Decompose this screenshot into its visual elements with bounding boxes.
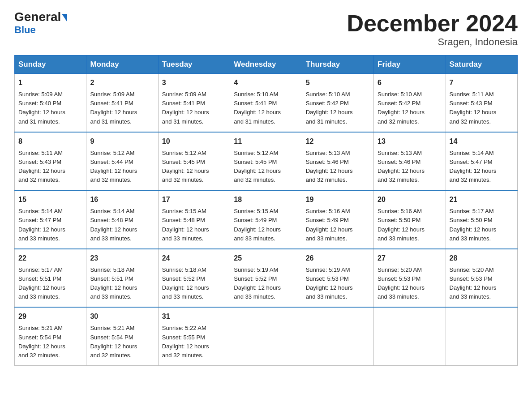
- day-cell-3: 3Sunrise: 5:09 AMSunset: 5:41 PMDaylight…: [158, 74, 230, 132]
- day-cell-21: 21Sunrise: 5:17 AMSunset: 5:50 PMDayligh…: [446, 190, 517, 249]
- day-cell-7: 7Sunrise: 5:11 AMSunset: 5:43 PMDaylight…: [446, 74, 517, 132]
- day-cell-30: 30Sunrise: 5:21 AMSunset: 5:54 PMDayligh…: [86, 307, 158, 365]
- weekday-header-sunday: Sunday: [15, 56, 86, 74]
- day-info: Sunrise: 5:21 AMSunset: 5:54 PMDaylight:…: [90, 324, 154, 360]
- month-title: December 2024: [347, 11, 518, 36]
- day-number: 10: [162, 136, 226, 147]
- day-cell-15: 15Sunrise: 5:14 AMSunset: 5:47 PMDayligh…: [15, 190, 86, 249]
- day-number: 3: [162, 77, 226, 88]
- day-info: Sunrise: 5:10 AMSunset: 5:42 PMDaylight:…: [306, 90, 370, 126]
- empty-cell: [230, 307, 302, 365]
- empty-cell: [302, 307, 373, 365]
- week-row-4: 22Sunrise: 5:17 AMSunset: 5:51 PMDayligh…: [15, 249, 518, 308]
- day-number: 30: [90, 311, 154, 322]
- day-number: 1: [18, 77, 82, 88]
- day-number: 26: [306, 253, 370, 264]
- page-header: General Blue December 2024 Sragen, Indon…: [14, 11, 518, 48]
- day-info: Sunrise: 5:19 AMSunset: 5:53 PMDaylight:…: [306, 265, 370, 302]
- day-cell-18: 18Sunrise: 5:15 AMSunset: 5:49 PMDayligh…: [230, 190, 302, 249]
- day-cell-17: 17Sunrise: 5:15 AMSunset: 5:48 PMDayligh…: [158, 190, 230, 249]
- day-number: 15: [18, 194, 82, 205]
- day-number: 11: [234, 136, 298, 147]
- day-cell-19: 19Sunrise: 5:16 AMSunset: 5:49 PMDayligh…: [302, 190, 373, 249]
- day-number: 27: [378, 253, 442, 264]
- day-info: Sunrise: 5:13 AMSunset: 5:46 PMDaylight:…: [378, 149, 442, 185]
- logo-triangle-icon: [62, 14, 67, 22]
- day-cell-25: 25Sunrise: 5:19 AMSunset: 5:52 PMDayligh…: [230, 249, 302, 308]
- weekday-header-monday: Monday: [86, 56, 158, 74]
- day-cell-10: 10Sunrise: 5:12 AMSunset: 5:45 PMDayligh…: [158, 132, 230, 191]
- day-number: 20: [378, 194, 442, 205]
- day-info: Sunrise: 5:12 AMSunset: 5:44 PMDaylight:…: [90, 149, 154, 185]
- location: Sragen, Indonesia: [347, 36, 518, 48]
- day-info: Sunrise: 5:11 AMSunset: 5:43 PMDaylight:…: [450, 90, 514, 126]
- day-info: Sunrise: 5:12 AMSunset: 5:45 PMDaylight:…: [162, 149, 226, 185]
- day-cell-23: 23Sunrise: 5:18 AMSunset: 5:51 PMDayligh…: [86, 249, 158, 308]
- day-info: Sunrise: 5:17 AMSunset: 5:51 PMDaylight:…: [18, 265, 82, 302]
- day-number: 23: [90, 253, 154, 264]
- day-info: Sunrise: 5:13 AMSunset: 5:46 PMDaylight:…: [306, 149, 370, 185]
- day-number: 19: [306, 194, 370, 205]
- day-info: Sunrise: 5:09 AMSunset: 5:41 PMDaylight:…: [162, 90, 226, 126]
- day-cell-9: 9Sunrise: 5:12 AMSunset: 5:44 PMDaylight…: [86, 132, 158, 191]
- day-info: Sunrise: 5:16 AMSunset: 5:50 PMDaylight:…: [378, 207, 442, 243]
- day-number: 22: [18, 253, 82, 264]
- day-info: Sunrise: 5:22 AMSunset: 5:55 PMDaylight:…: [162, 324, 226, 360]
- day-info: Sunrise: 5:10 AMSunset: 5:41 PMDaylight:…: [234, 90, 298, 126]
- logo: General Blue: [14, 11, 67, 36]
- day-cell-31: 31Sunrise: 5:22 AMSunset: 5:55 PMDayligh…: [158, 307, 230, 365]
- day-number: 31: [162, 311, 226, 322]
- day-cell-2: 2Sunrise: 5:09 AMSunset: 5:41 PMDaylight…: [86, 74, 158, 132]
- day-info: Sunrise: 5:14 AMSunset: 5:48 PMDaylight:…: [90, 207, 154, 243]
- day-cell-1: 1Sunrise: 5:09 AMSunset: 5:40 PMDaylight…: [15, 74, 86, 132]
- day-number: 12: [306, 136, 370, 147]
- calendar-table: SundayMondayTuesdayWednesdayThursdayFrid…: [14, 55, 518, 366]
- weekday-header-tuesday: Tuesday: [158, 56, 230, 74]
- week-row-5: 29Sunrise: 5:21 AMSunset: 5:54 PMDayligh…: [15, 307, 518, 365]
- logo-general: General: [14, 11, 61, 23]
- day-number: 13: [378, 136, 442, 147]
- day-number: 28: [450, 253, 514, 264]
- day-number: 9: [90, 136, 154, 147]
- day-cell-27: 27Sunrise: 5:20 AMSunset: 5:53 PMDayligh…: [374, 249, 446, 308]
- day-cell-8: 8Sunrise: 5:11 AMSunset: 5:43 PMDaylight…: [15, 132, 86, 191]
- day-cell-6: 6Sunrise: 5:10 AMSunset: 5:42 PMDaylight…: [374, 74, 446, 132]
- day-cell-26: 26Sunrise: 5:19 AMSunset: 5:53 PMDayligh…: [302, 249, 373, 308]
- day-number: 21: [450, 194, 514, 205]
- day-info: Sunrise: 5:10 AMSunset: 5:42 PMDaylight:…: [378, 90, 442, 126]
- day-info: Sunrise: 5:09 AMSunset: 5:40 PMDaylight:…: [18, 90, 82, 126]
- weekday-header-saturday: Saturday: [446, 56, 517, 74]
- empty-cell: [374, 307, 446, 365]
- day-number: 25: [234, 253, 298, 264]
- day-number: 18: [234, 194, 298, 205]
- day-info: Sunrise: 5:15 AMSunset: 5:48 PMDaylight:…: [162, 207, 226, 243]
- day-info: Sunrise: 5:16 AMSunset: 5:49 PMDaylight:…: [306, 207, 370, 243]
- day-cell-20: 20Sunrise: 5:16 AMSunset: 5:50 PMDayligh…: [374, 190, 446, 249]
- day-number: 14: [450, 136, 514, 147]
- day-info: Sunrise: 5:18 AMSunset: 5:52 PMDaylight:…: [162, 265, 226, 302]
- empty-cell: [446, 307, 517, 365]
- day-cell-28: 28Sunrise: 5:20 AMSunset: 5:53 PMDayligh…: [446, 249, 517, 308]
- day-cell-14: 14Sunrise: 5:14 AMSunset: 5:47 PMDayligh…: [446, 132, 517, 191]
- day-info: Sunrise: 5:17 AMSunset: 5:50 PMDaylight:…: [450, 207, 514, 243]
- weekday-header-thursday: Thursday: [302, 56, 373, 74]
- day-number: 16: [90, 194, 154, 205]
- day-info: Sunrise: 5:11 AMSunset: 5:43 PMDaylight:…: [18, 149, 82, 185]
- day-number: 29: [18, 311, 82, 322]
- day-info: Sunrise: 5:14 AMSunset: 5:47 PMDaylight:…: [450, 149, 514, 185]
- day-number: 2: [90, 77, 154, 88]
- weekday-header-friday: Friday: [374, 56, 446, 74]
- week-row-2: 8Sunrise: 5:11 AMSunset: 5:43 PMDaylight…: [15, 132, 518, 191]
- logo-blue: Blue: [14, 24, 36, 36]
- day-cell-13: 13Sunrise: 5:13 AMSunset: 5:46 PMDayligh…: [374, 132, 446, 191]
- day-cell-4: 4Sunrise: 5:10 AMSunset: 5:41 PMDaylight…: [230, 74, 302, 132]
- day-number: 17: [162, 194, 226, 205]
- day-cell-12: 12Sunrise: 5:13 AMSunset: 5:46 PMDayligh…: [302, 132, 373, 191]
- day-info: Sunrise: 5:12 AMSunset: 5:45 PMDaylight:…: [234, 149, 298, 185]
- day-info: Sunrise: 5:19 AMSunset: 5:52 PMDaylight:…: [234, 265, 298, 302]
- day-number: 5: [306, 77, 370, 88]
- day-info: Sunrise: 5:14 AMSunset: 5:47 PMDaylight:…: [18, 207, 82, 243]
- day-info: Sunrise: 5:18 AMSunset: 5:51 PMDaylight:…: [90, 265, 154, 302]
- day-cell-11: 11Sunrise: 5:12 AMSunset: 5:45 PMDayligh…: [230, 132, 302, 191]
- weekday-header-row: SundayMondayTuesdayWednesdayThursdayFrid…: [15, 56, 518, 74]
